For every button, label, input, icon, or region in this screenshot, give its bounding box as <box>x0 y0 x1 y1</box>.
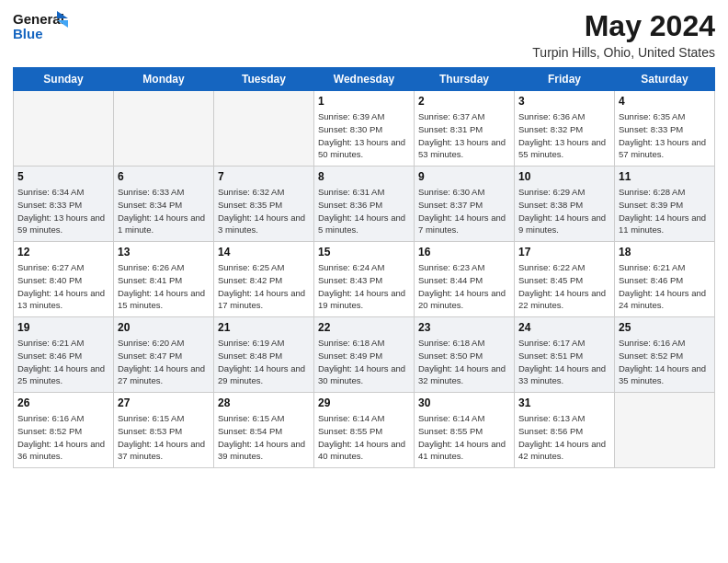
day-number: 24 <box>518 321 610 334</box>
calendar-cell: 31Sunrise: 6:13 AMSunset: 8:56 PMDayligh… <box>515 393 615 468</box>
day-number: 18 <box>619 246 711 259</box>
day-number: 20 <box>118 321 210 334</box>
day-info: Sunrise: 6:18 AMSunset: 8:50 PMDaylight:… <box>418 337 510 387</box>
day-number: 7 <box>218 170 310 183</box>
day-number: 6 <box>118 170 210 183</box>
calendar-week-row: 19Sunrise: 6:21 AMSunset: 8:46 PMDayligh… <box>14 317 715 393</box>
day-info: Sunrise: 6:31 AMSunset: 8:36 PMDaylight:… <box>318 186 410 236</box>
day-info: Sunrise: 6:18 AMSunset: 8:49 PMDaylight:… <box>318 337 410 387</box>
day-number: 2 <box>418 95 510 108</box>
calendar-cell: 20Sunrise: 6:20 AMSunset: 8:47 PMDayligh… <box>114 317 214 393</box>
calendar-cell: 8Sunrise: 6:31 AMSunset: 8:36 PMDaylight… <box>314 167 415 242</box>
day-number: 12 <box>17 246 109 259</box>
day-info: Sunrise: 6:14 AMSunset: 8:55 PMDaylight:… <box>318 412 410 463</box>
calendar-cell: 18Sunrise: 6:21 AMSunset: 8:46 PMDayligh… <box>615 242 715 317</box>
calendar-week-row: 26Sunrise: 6:16 AMSunset: 8:52 PMDayligh… <box>14 393 715 468</box>
calendar-cell: 12Sunrise: 6:27 AMSunset: 8:40 PMDayligh… <box>14 242 114 317</box>
day-info: Sunrise: 6:25 AMSunset: 8:42 PMDaylight:… <box>218 261 310 312</box>
day-number: 1 <box>318 95 410 108</box>
calendar-cell: 1Sunrise: 6:39 AMSunset: 8:30 PMDaylight… <box>314 91 415 167</box>
day-info: Sunrise: 6:16 AMSunset: 8:52 PMDaylight:… <box>17 412 109 463</box>
calendar-cell: 26Sunrise: 6:16 AMSunset: 8:52 PMDayligh… <box>14 393 114 468</box>
svg-text:Blue: Blue <box>13 26 43 41</box>
day-number: 19 <box>17 321 109 334</box>
day-number: 22 <box>318 321 410 334</box>
calendar-cell: 5Sunrise: 6:34 AMSunset: 8:33 PMDaylight… <box>14 167 114 242</box>
col-header-monday: Monday <box>114 68 214 91</box>
day-number: 23 <box>418 321 510 334</box>
calendar-cell: 15Sunrise: 6:24 AMSunset: 8:43 PMDayligh… <box>314 242 415 317</box>
day-number: 14 <box>218 246 310 259</box>
day-info: Sunrise: 6:19 AMSunset: 8:48 PMDaylight:… <box>218 337 310 387</box>
day-number: 17 <box>518 246 610 259</box>
day-info: Sunrise: 6:26 AMSunset: 8:41 PMDaylight:… <box>118 261 210 312</box>
day-info: Sunrise: 6:36 AMSunset: 8:32 PMDaylight:… <box>518 110 610 161</box>
day-info: Sunrise: 6:16 AMSunset: 8:52 PMDaylight:… <box>619 337 711 387</box>
calendar-cell: 24Sunrise: 6:17 AMSunset: 8:51 PMDayligh… <box>515 317 615 393</box>
day-info: Sunrise: 6:21 AMSunset: 8:46 PMDaylight:… <box>17 337 109 387</box>
col-header-thursday: Thursday <box>415 68 515 91</box>
calendar-cell: 28Sunrise: 6:15 AMSunset: 8:54 PMDayligh… <box>214 393 314 468</box>
day-number: 8 <box>318 170 410 183</box>
col-header-wednesday: Wednesday <box>314 68 415 91</box>
day-info: Sunrise: 6:28 AMSunset: 8:39 PMDaylight:… <box>619 186 711 236</box>
page: GeneralBlue May 2024 Turpin Hills, Ohio,… <box>0 0 728 563</box>
calendar-cell: 29Sunrise: 6:14 AMSunset: 8:55 PMDayligh… <box>314 393 415 468</box>
day-number: 25 <box>619 321 711 334</box>
calendar-cell: 13Sunrise: 6:26 AMSunset: 8:41 PMDayligh… <box>114 242 214 317</box>
day-number: 29 <box>318 396 410 409</box>
day-info: Sunrise: 6:17 AMSunset: 8:51 PMDaylight:… <box>518 337 610 387</box>
day-info: Sunrise: 6:32 AMSunset: 8:35 PMDaylight:… <box>218 186 310 236</box>
logo: GeneralBlue <box>13 9 68 44</box>
svg-text:General: General <box>13 11 64 27</box>
calendar-cell: 6Sunrise: 6:33 AMSunset: 8:34 PMDaylight… <box>114 167 214 242</box>
calendar-cell: 27Sunrise: 6:15 AMSunset: 8:53 PMDayligh… <box>114 393 214 468</box>
calendar-cell: 23Sunrise: 6:18 AMSunset: 8:50 PMDayligh… <box>415 317 515 393</box>
day-number: 9 <box>418 170 510 183</box>
calendar-cell: 2Sunrise: 6:37 AMSunset: 8:31 PMDaylight… <box>415 91 515 167</box>
calendar-week-row: 1Sunrise: 6:39 AMSunset: 8:30 PMDaylight… <box>14 91 715 167</box>
calendar-cell: 17Sunrise: 6:22 AMSunset: 8:45 PMDayligh… <box>515 242 615 317</box>
day-number: 3 <box>518 95 610 108</box>
calendar-cell: 30Sunrise: 6:14 AMSunset: 8:55 PMDayligh… <box>415 393 515 468</box>
day-info: Sunrise: 6:23 AMSunset: 8:44 PMDaylight:… <box>418 261 510 312</box>
day-info: Sunrise: 6:15 AMSunset: 8:54 PMDaylight:… <box>218 412 310 463</box>
calendar-cell <box>114 91 214 167</box>
calendar-cell <box>14 91 114 167</box>
day-number: 27 <box>118 396 210 409</box>
day-info: Sunrise: 6:33 AMSunset: 8:34 PMDaylight:… <box>118 186 210 236</box>
col-header-sunday: Sunday <box>14 68 114 91</box>
calendar-cell: 25Sunrise: 6:16 AMSunset: 8:52 PMDayligh… <box>615 317 715 393</box>
day-info: Sunrise: 6:20 AMSunset: 8:47 PMDaylight:… <box>118 337 210 387</box>
logo-svg: GeneralBlue <box>13 9 68 44</box>
calendar-cell: 14Sunrise: 6:25 AMSunset: 8:42 PMDayligh… <box>214 242 314 317</box>
subtitle: Turpin Hills, Ohio, United States <box>532 45 715 60</box>
calendar-week-row: 5Sunrise: 6:34 AMSunset: 8:33 PMDaylight… <box>14 167 715 242</box>
calendar-cell: 4Sunrise: 6:35 AMSunset: 8:33 PMDaylight… <box>615 91 715 167</box>
day-info: Sunrise: 6:14 AMSunset: 8:55 PMDaylight:… <box>418 412 510 463</box>
day-number: 30 <box>418 396 510 409</box>
day-info: Sunrise: 6:22 AMSunset: 8:45 PMDaylight:… <box>518 261 610 312</box>
calendar-cell: 3Sunrise: 6:36 AMSunset: 8:32 PMDaylight… <box>515 91 615 167</box>
main-title: May 2024 <box>532 9 715 43</box>
calendar-cell: 16Sunrise: 6:23 AMSunset: 8:44 PMDayligh… <box>415 242 515 317</box>
calendar-cell: 21Sunrise: 6:19 AMSunset: 8:48 PMDayligh… <box>214 317 314 393</box>
day-number: 11 <box>619 170 711 183</box>
header: GeneralBlue May 2024 Turpin Hills, Ohio,… <box>13 9 715 60</box>
day-info: Sunrise: 6:34 AMSunset: 8:33 PMDaylight:… <box>17 186 109 236</box>
day-number: 21 <box>218 321 310 334</box>
calendar-cell: 19Sunrise: 6:21 AMSunset: 8:46 PMDayligh… <box>14 317 114 393</box>
day-info: Sunrise: 6:37 AMSunset: 8:31 PMDaylight:… <box>418 110 510 161</box>
col-header-saturday: Saturday <box>615 68 715 91</box>
day-info: Sunrise: 6:21 AMSunset: 8:46 PMDaylight:… <box>619 261 711 312</box>
day-number: 4 <box>619 95 711 108</box>
day-number: 16 <box>418 246 510 259</box>
day-info: Sunrise: 6:35 AMSunset: 8:33 PMDaylight:… <box>619 110 711 161</box>
day-number: 28 <box>218 396 310 409</box>
day-info: Sunrise: 6:29 AMSunset: 8:38 PMDaylight:… <box>518 186 610 236</box>
calendar-cell: 11Sunrise: 6:28 AMSunset: 8:39 PMDayligh… <box>615 167 715 242</box>
calendar-cell: 22Sunrise: 6:18 AMSunset: 8:49 PMDayligh… <box>314 317 415 393</box>
calendar-cell: 10Sunrise: 6:29 AMSunset: 8:38 PMDayligh… <box>515 167 615 242</box>
calendar-table: SundayMondayTuesdayWednesdayThursdayFrid… <box>13 67 715 468</box>
col-header-tuesday: Tuesday <box>214 68 314 91</box>
